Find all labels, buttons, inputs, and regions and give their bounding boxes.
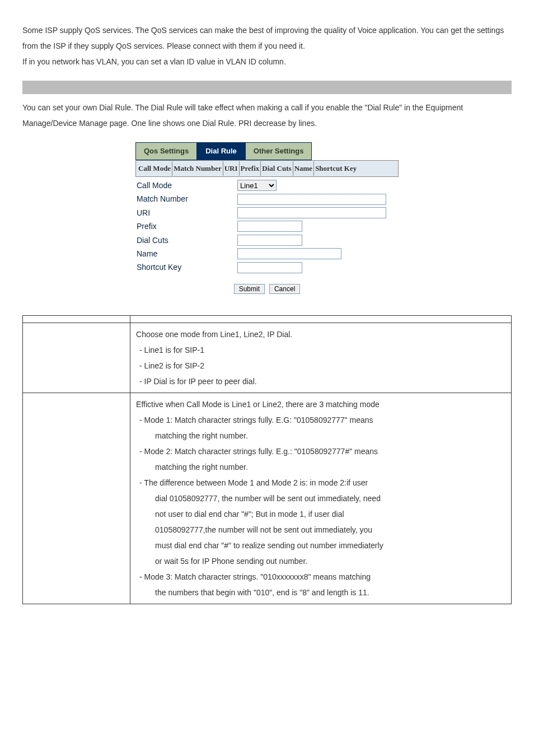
match-diff-e: must dial end char "#" to realize sendin… bbox=[146, 541, 383, 550]
call-mode-select[interactable]: Line1 bbox=[237, 180, 277, 191]
match-m2-a: Mode 2: Match character strings fully. E… bbox=[144, 447, 378, 456]
header-name: Name bbox=[293, 161, 315, 176]
label-match-number: Match Number bbox=[137, 193, 237, 205]
th-field bbox=[23, 315, 130, 323]
th-description bbox=[130, 315, 512, 323]
label-shortcut-key: Shortcut Key bbox=[137, 261, 237, 273]
table-header: Call Mode Match Number URI Prefix Dial C… bbox=[135, 160, 399, 177]
header-prefix: Prefix bbox=[240, 161, 261, 176]
header-match-number: Match Number bbox=[172, 161, 223, 176]
match-m1-a: Mode 1: Match character strings fully. E… bbox=[144, 416, 373, 424]
label-name: Name bbox=[137, 248, 237, 260]
callmode-desc-text: Choose one mode from Line1, Line2, IP Di… bbox=[136, 330, 292, 339]
match-diff-b: dial 01058092777, the number will be sen… bbox=[146, 494, 381, 503]
match-m1-b: matching the right number. bbox=[146, 431, 248, 440]
row-call-mode-desc: Choose one mode from Line1, Line2, IP Di… bbox=[130, 323, 512, 393]
header-uri: URI bbox=[223, 161, 240, 176]
match-diff-f: or wait 5s for IP Phone sending out numb… bbox=[146, 557, 307, 566]
match-m3-b: the numbers that begin with "010", end i… bbox=[146, 588, 369, 597]
dial-cuts-input[interactable] bbox=[237, 235, 302, 246]
label-call-mode: Call Mode bbox=[137, 179, 237, 192]
dial-rule-panel: Qos Settings Dial Rule Other Settings Ca… bbox=[135, 142, 399, 298]
header-shortcut-key: Shortcut Key bbox=[314, 161, 358, 176]
tab-other-settings[interactable]: Other Settings bbox=[245, 142, 312, 160]
label-dial-cuts: Dial Cuts bbox=[137, 234, 237, 246]
match-diff-d: 01058092777,the number will not be sent … bbox=[146, 525, 372, 534]
uri-input[interactable] bbox=[237, 207, 386, 218]
row-match-number-desc: Effictive when Call Mode is Line1 or Lin… bbox=[130, 393, 512, 604]
match-diff: The difference between Mode 1 and Mode 2… bbox=[146, 475, 505, 569]
match-intro: Effictive when Call Mode is Line1 or Lin… bbox=[136, 400, 380, 409]
tab-dial-rule[interactable]: Dial Rule bbox=[197, 142, 245, 160]
tab-qos-settings[interactable]: Qos Settings bbox=[135, 142, 197, 160]
row-match-number-label bbox=[23, 393, 130, 604]
match-mode3: Mode 3: Match character strings. "010xxx… bbox=[146, 569, 505, 600]
intro-text-3: You can set your own Dial Rule. The Dial… bbox=[22, 103, 463, 128]
match-diff-c: not user to dial end char "#"; But in mo… bbox=[146, 510, 344, 519]
submit-button[interactable]: Submit bbox=[234, 284, 265, 294]
prefix-input[interactable] bbox=[237, 221, 302, 232]
match-number-input[interactable] bbox=[237, 194, 386, 205]
callmode-li2: Line2 is for SIP-2 bbox=[146, 358, 505, 374]
cancel-button[interactable]: Cancel bbox=[269, 284, 300, 294]
intro-text-1: Some ISP supply QoS services. The QoS se… bbox=[22, 26, 504, 50]
label-prefix: Prefix bbox=[137, 220, 237, 232]
header-dial-cuts: Dial Cuts bbox=[261, 161, 293, 176]
section-divider bbox=[22, 81, 512, 94]
match-m2-b: matching the right number. bbox=[146, 463, 248, 472]
field-description-table: Choose one mode from Line1, Line2, IP Di… bbox=[22, 315, 512, 604]
match-mode1: Mode 1: Match character strings fully. E… bbox=[146, 412, 505, 444]
match-mode2: Mode 2: Match character strings fully. E… bbox=[146, 444, 505, 475]
callmode-li1: Line1 is for SIP-1 bbox=[146, 342, 505, 358]
intro-text-2: If in you network has VLAN, you can set … bbox=[22, 57, 286, 66]
shortcut-key-input[interactable] bbox=[237, 262, 302, 273]
callmode-li3: IP Dial is for IP peer to peer dial. bbox=[146, 374, 505, 389]
match-diff-a: The difference between Mode 1 and Mode 2… bbox=[144, 478, 368, 487]
label-uri: URI bbox=[137, 207, 237, 219]
header-call-mode: Call Mode bbox=[137, 161, 172, 176]
match-m3-a: Mode 3: Match character strings. "010xxx… bbox=[144, 572, 371, 581]
row-call-mode-label bbox=[23, 323, 130, 393]
name-input[interactable] bbox=[237, 248, 341, 259]
